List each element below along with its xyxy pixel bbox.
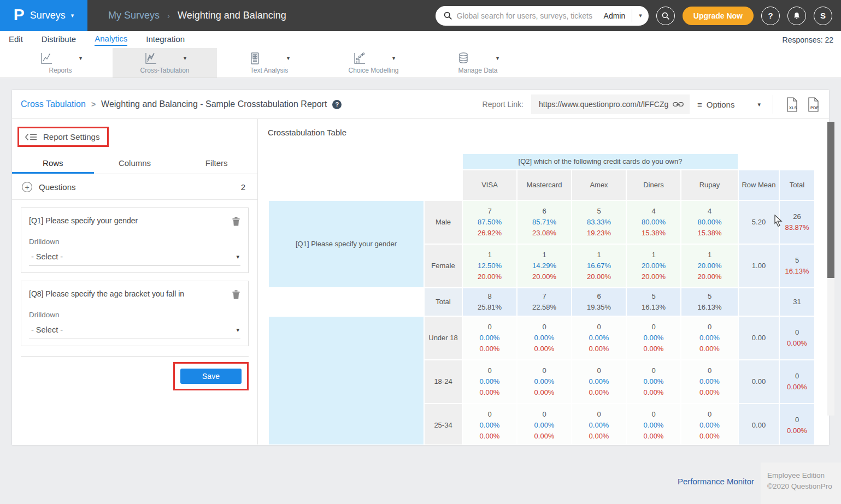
- report-url[interactable]: https://www.questionpro.com/t/lFFCZg: [539, 100, 668, 109]
- search-scope-caret-icon[interactable]: ▾: [639, 13, 642, 19]
- divider: [773, 95, 773, 114]
- total-cell: 2683.87%: [779, 200, 815, 244]
- cell-value: 87.50%: [463, 217, 516, 228]
- table-cell: 120.00%20.00%: [681, 244, 738, 288]
- table-cell: 516.13%: [681, 288, 738, 316]
- table-cell: 00.00%0.00%: [681, 360, 738, 404]
- help-button[interactable]: ?: [761, 7, 780, 25]
- cell-value: 6: [572, 291, 626, 302]
- cell-value: 0.00%: [572, 343, 626, 354]
- crosstab-panel: Crosstabulation Table [Q2] which of the …: [258, 119, 829, 444]
- cell-value: 6: [517, 206, 571, 217]
- cell-value: 0.00%: [517, 343, 571, 354]
- tool-label: Choice Modelling: [348, 67, 398, 74]
- cell-value: 0.00%: [517, 387, 571, 398]
- row-mean-cell: 5.20: [738, 200, 779, 244]
- delete-question-button[interactable]: [232, 289, 240, 301]
- tab-columns[interactable]: Columns: [94, 153, 176, 174]
- tool-text-analysis[interactable]: ▾ Text Analysis: [217, 48, 321, 78]
- report-help-icon[interactable]: ?: [332, 100, 342, 109]
- surveys-menu-button[interactable]: P Surveys ▾: [0, 0, 87, 31]
- tab-filters[interactable]: Filters: [175, 153, 257, 174]
- search-input[interactable]: [457, 11, 599, 20]
- questions-count: 2: [241, 182, 245, 192]
- column-header: Diners: [626, 170, 681, 200]
- report-settings-highlight: Report Settings: [17, 127, 109, 147]
- cell-value: 0.00%: [463, 420, 516, 431]
- report-link-field[interactable]: https://www.questionpro.com/t/lFFCZg: [531, 94, 690, 114]
- cell-value: 20.00%: [517, 271, 571, 282]
- chevron-down-icon[interactable]: ▾: [392, 55, 396, 61]
- cell-value: 80.00%: [681, 217, 738, 228]
- breadcrumb-my-surveys[interactable]: My Surveys: [108, 10, 160, 21]
- avatar-initial: S: [820, 11, 826, 20]
- edition-line1: Employee Edition: [767, 470, 841, 481]
- cell-value: 20.00%: [463, 271, 516, 282]
- chevron-down-icon: ▾: [236, 327, 239, 333]
- cell-value: 0: [463, 409, 516, 420]
- row-mean-cell: 1.00: [738, 244, 779, 288]
- cell-value: 0.00%: [627, 333, 680, 343]
- line-chart-icon: [143, 52, 157, 65]
- cross-tabulation-link[interactable]: Cross Tabulation: [21, 99, 86, 109]
- edition-info: Employee Edition ©2020 QuestionPro: [761, 463, 841, 504]
- export-xls-button[interactable]: XLS: [785, 97, 799, 112]
- report-settings-label: Report Settings: [43, 132, 99, 141]
- link-icon[interactable]: [673, 100, 684, 108]
- report-link-label: Report Link:: [483, 100, 524, 109]
- cell-value: 4: [681, 206, 738, 217]
- search-scope-label[interactable]: Admin: [604, 11, 626, 20]
- drilldown-select[interactable]: - Select - ▾: [29, 252, 240, 266]
- save-button[interactable]: Save: [180, 369, 242, 384]
- account-avatar[interactable]: S: [814, 7, 832, 25]
- line-chart-icon: [39, 52, 53, 65]
- search-submit-button[interactable]: [656, 7, 675, 25]
- table-cell: 00.00%0.00%: [462, 316, 517, 360]
- notifications-button[interactable]: [787, 7, 806, 25]
- chevron-down-icon[interactable]: ▾: [287, 55, 290, 61]
- table-cell: 480.00%15.38%: [626, 200, 681, 244]
- trash-icon: [232, 289, 240, 299]
- spacer-cell: [738, 153, 815, 170]
- nav-item-distribute[interactable]: Distribute: [42, 34, 76, 45]
- table-cell: 00.00%0.00%: [462, 360, 517, 404]
- tool-cross-tabulation[interactable]: ▾ Cross-Tabulation: [113, 48, 217, 78]
- options-caret-icon[interactable]: ▾: [757, 102, 761, 108]
- pdf-file-icon: PDF: [807, 97, 820, 112]
- questions-label: Questions: [39, 182, 76, 192]
- tab-rows[interactable]: Rows: [12, 153, 94, 174]
- database-icon: [457, 52, 470, 65]
- add-question-icon[interactable]: +: [22, 182, 32, 192]
- upgrade-now-button[interactable]: Upgrade Now: [683, 7, 754, 25]
- chevron-down-icon[interactable]: ▾: [496, 55, 499, 61]
- cell-value: 0.00%: [463, 333, 516, 343]
- chevron-down-icon[interactable]: ▾: [184, 55, 187, 61]
- nav-item-integration[interactable]: Integration: [146, 34, 185, 45]
- question-card-q1: [Q1] Please specify your gender Drilldow…: [21, 207, 249, 273]
- drilldown-select[interactable]: - Select - ▾: [29, 325, 240, 339]
- table-cell: 116.67%20.00%: [572, 244, 626, 288]
- scrollbar-thumb[interactable]: [827, 122, 834, 278]
- nav-item-analytics[interactable]: Analytics: [95, 34, 127, 46]
- nav-item-edit[interactable]: Edit: [9, 34, 23, 45]
- column-header: Amex: [572, 170, 626, 200]
- options-button[interactable]: ≡ Options: [697, 100, 734, 109]
- cell-value: 19.35%: [572, 302, 626, 313]
- cell-value: 83.87%: [780, 222, 814, 233]
- table-cell: 00.00%0.00%: [572, 404, 626, 444]
- export-pdf-button[interactable]: PDF: [807, 97, 820, 112]
- vertical-scrollbar[interactable]: [827, 122, 834, 416]
- table-cell: 00.00%0.00%: [681, 404, 738, 444]
- cell-value: 0: [780, 327, 814, 338]
- chevron-down-icon[interactable]: ▾: [79, 55, 83, 61]
- cell-value: 16.13%: [780, 266, 814, 277]
- tool-manage-data[interactable]: ▾ Manage Data: [426, 48, 530, 78]
- delete-question-button[interactable]: [232, 216, 240, 228]
- tool-choice-modelling[interactable]: ▾ Choice Modelling: [321, 48, 426, 78]
- tool-reports[interactable]: ▾ Reports: [8, 48, 113, 78]
- cell-value: 0: [627, 409, 680, 420]
- report-settings-button[interactable]: Report Settings: [19, 128, 107, 145]
- cell-value: 0.00%: [517, 431, 571, 442]
- cell-value: 15.38%: [681, 228, 738, 239]
- performance-monitor-link[interactable]: Performance Monitor: [678, 477, 754, 486]
